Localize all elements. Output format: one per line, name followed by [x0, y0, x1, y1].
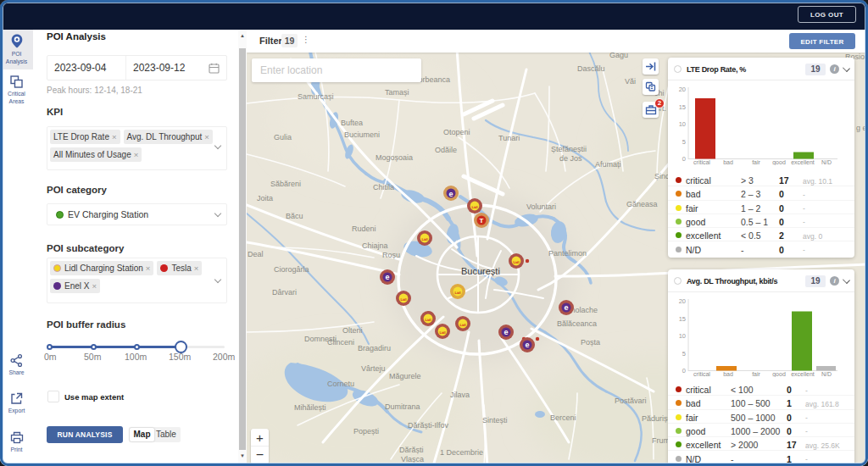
svg-text:e: e: [448, 190, 453, 198]
svg-text:Ciorogârla: Ciorogârla: [274, 265, 309, 274]
svg-text:Cornetu: Cornetu: [327, 380, 354, 388]
svg-text:good: good: [772, 159, 786, 165]
svg-text:T: T: [480, 217, 484, 225]
svg-text:critical: critical: [693, 371, 710, 377]
svg-text:fair: fair: [752, 371, 760, 377]
svg-text:Sintești: Sintești: [482, 416, 508, 424]
svg-text:Clinceni: Clinceni: [327, 338, 354, 347]
svg-text:1 Decembrie: 1 Decembrie: [440, 448, 483, 457]
svg-text:Vlașca: Vlașca: [401, 455, 424, 463]
svg-text:N/D: N/D: [821, 159, 832, 165]
svg-text:Otopeni: Otopeni: [443, 128, 470, 136]
svg-text:Deal: Deal: [248, 250, 264, 258]
svg-text:Berceni: Berceni: [550, 413, 576, 422]
svg-text:Lidl: Lidl: [421, 237, 427, 241]
svg-text:Olteni: Olteni: [342, 326, 363, 335]
svg-text:good: good: [772, 371, 786, 377]
svg-text:București: București: [461, 266, 500, 276]
svg-text:Mihăilești: Mihăilești: [294, 403, 326, 412]
svg-text:Văi: Văi: [625, 77, 636, 86]
svg-text:e: e: [504, 328, 508, 336]
svg-text:Dascălu: Dascălu: [577, 64, 605, 73]
svg-text:20: 20: [679, 86, 686, 93]
svg-text:excellent: excellent: [791, 159, 815, 165]
svg-text:Lidl: Lidl: [425, 318, 431, 322]
svg-text:Tunari: Tunari: [498, 134, 520, 142]
svg-text:Gagu: Gagu: [609, 53, 628, 59]
svg-text:Chitila: Chitila: [373, 183, 394, 191]
svg-text:Dărăști: Dărăști: [399, 446, 424, 454]
svg-text:bad: bad: [723, 371, 733, 377]
svg-text:Popești: Popești: [353, 427, 379, 435]
svg-text:Dărăști-Ilfov: Dărăști-Ilfov: [408, 421, 449, 430]
svg-text:Lidl: Lidl: [439, 330, 445, 335]
svg-text:Bragadiru: Bragadiru: [358, 344, 391, 352]
svg-text:Rudeni: Rudeni: [352, 225, 376, 233]
svg-text:Mogoșoaia: Mogoșoaia: [376, 153, 413, 162]
svg-text:Vârteju: Vârteju: [361, 364, 386, 373]
svg-text:10: 10: [679, 332, 686, 340]
svg-text:Lidl: Lidl: [459, 323, 465, 327]
svg-text:Băcu: Băcu: [286, 212, 303, 220]
svg-text:Bălăceanca: Bălăceanca: [557, 319, 597, 328]
svg-text:Postăvari: Postăvari: [615, 397, 647, 405]
svg-text:de Jos: de Jos: [559, 154, 582, 163]
svg-text:Gulia: Gulia: [274, 133, 292, 141]
svg-text:Buciumeni: Buciumeni: [344, 130, 380, 139]
svg-text:15: 15: [679, 103, 686, 111]
svg-text:Lidl: Lidl: [400, 297, 406, 302]
svg-text:Dumitrana: Dumitrana: [385, 402, 420, 411]
svg-text:e: e: [385, 273, 389, 281]
svg-text:Chiajna: Chiajna: [362, 241, 388, 250]
svg-text:Frum: Frum: [652, 436, 670, 445]
svg-text:Pantelimon: Pantelimon: [548, 249, 587, 258]
svg-text:Tamași: Tamași: [385, 88, 409, 97]
svg-text:Joita: Joita: [257, 194, 273, 202]
svg-text:0: 0: [682, 367, 686, 374]
svg-text:Lidl: Lidl: [454, 291, 460, 295]
svg-text:Lidl: Lidl: [513, 260, 519, 264]
svg-text:5: 5: [682, 138, 686, 146]
svg-text:Ștefăneștii: Ștefăneștii: [551, 145, 587, 153]
svg-text:Săbăreni: Săbăreni: [270, 180, 301, 188]
svg-text:Samurcași: Samurcași: [298, 92, 334, 101]
svg-text:N/D: N/D: [821, 371, 832, 377]
svg-text:critical: critical: [693, 159, 710, 165]
svg-text:Găneasa: Găneasa: [626, 200, 658, 208]
svg-text:0: 0: [682, 155, 686, 163]
svg-text:g e: g e: [856, 124, 867, 132]
svg-text:Dârvari: Dârvari: [272, 288, 297, 297]
svg-text:Poșta: Poșta: [581, 338, 600, 347]
svg-text:Lidl: Lidl: [471, 205, 477, 209]
svg-text:fair: fair: [752, 159, 760, 165]
svg-text:e: e: [525, 341, 529, 349]
svg-text:Voluntari: Voluntari: [526, 202, 556, 211]
svg-text:Roșu: Roșu: [382, 251, 400, 259]
svg-text:20: 20: [679, 297, 686, 305]
svg-text:10: 10: [679, 120, 686, 128]
svg-text:15: 15: [679, 315, 686, 323]
svg-text:Afumați: Afumați: [595, 160, 621, 169]
svg-text:Odăile: Odăile: [435, 146, 457, 154]
svg-text:bad: bad: [723, 159, 733, 165]
svg-text:5: 5: [682, 350, 686, 358]
svg-text:Buftea: Buftea: [341, 119, 363, 127]
svg-text:e: e: [564, 303, 568, 312]
svg-text:Măgurele: Măgurele: [389, 372, 421, 380]
svg-text:Jilava: Jilava: [450, 391, 470, 399]
svg-text:excellent: excellent: [791, 371, 815, 377]
